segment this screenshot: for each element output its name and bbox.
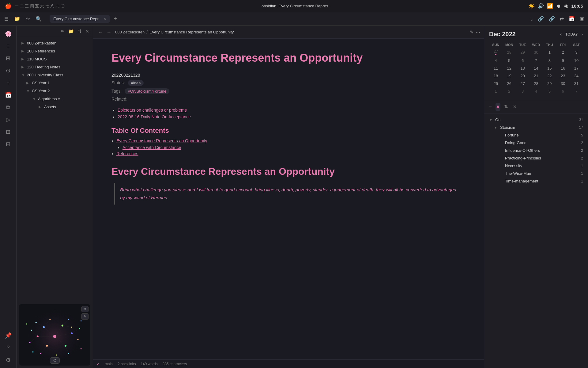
tag-item-wise-man[interactable]: The-Wise-Man 1 <box>484 170 588 177</box>
sort-button[interactable]: ⇅ <box>77 28 83 35</box>
graph-settings-button[interactable]: ⚙ <box>81 306 89 312</box>
breadcrumb-parent[interactable]: 000 Zettelkasten <box>115 30 145 34</box>
tag-item-principles[interactable]: Practicing-Principles 2 <box>484 154 588 162</box>
edit-button[interactable]: ✎ <box>470 29 474 35</box>
new-folder-button[interactable]: 📁 <box>67 28 75 35</box>
link-button[interactable]: 🔗 <box>548 15 556 23</box>
terminal-icon-button[interactable]: ▷ <box>3 114 14 125</box>
templates-icon-button[interactable]: ⊙ <box>3 65 14 76</box>
calendar-day[interactable]: 27 <box>489 48 503 57</box>
apple-logo-icon[interactable]: 🍎 <box>5 3 12 10</box>
calendar-day[interactable]: 7 <box>530 57 543 64</box>
calendar-day[interactable]: 11 <box>489 64 503 72</box>
files-icon-button[interactable]: 🌸 <box>3 28 14 39</box>
panel-toggle-button[interactable]: ▣ <box>579 15 586 23</box>
active-tab[interactable]: Every Circumstance Repr... ✕ <box>50 15 110 23</box>
help-icon-button[interactable]: ? <box>3 342 14 353</box>
version-button[interactable]: ⇄ <box>559 15 565 23</box>
toc-link-3[interactable]: References <box>116 151 138 156</box>
search-button[interactable]: 🔍 <box>34 15 43 23</box>
nav-back-button[interactable]: ← <box>97 29 104 36</box>
sidebar-item-zettelkasten[interactable]: ▶ 000 Zettelkasten <box>18 39 92 47</box>
calendar-day[interactable]: 25 <box>489 80 503 87</box>
tag-item-on[interactable]: ▼ On 31 <box>484 116 588 124</box>
settings-icon-button[interactable]: ⚙ <box>3 355 14 366</box>
pinboard-icon-button[interactable]: 📌 <box>3 330 14 341</box>
content-area[interactable]: Every Circumstance Represents an Opportu… <box>93 39 484 359</box>
graph-pin-button[interactable]: ✎ <box>81 313 89 320</box>
calendar-day[interactable]: 20 <box>516 72 530 80</box>
calendar-day[interactable]: 28 <box>503 48 516 57</box>
sidebar-item-university[interactable]: ▼ 200 University Class... <box>18 71 92 79</box>
sidebar-item-fleeting[interactable]: ▶ 120 Fleeting Notes <box>18 63 92 71</box>
more-options-button[interactable]: ⋯ <box>476 29 480 35</box>
calendar-day[interactable]: 22 <box>543 72 556 80</box>
calendar-day[interactable]: 21 <box>530 72 543 80</box>
calendar-day[interactable]: 16 <box>556 64 570 72</box>
calendar-day[interactable]: 29 <box>543 80 556 87</box>
calendar-button[interactable]: 📅 <box>567 15 576 23</box>
stoicism-tag[interactable]: #On/Stoicism/Fortune <box>125 88 169 94</box>
calendar-day[interactable]: 24 <box>570 72 583 80</box>
calendar-day[interactable]: 2 <box>556 48 570 57</box>
calendar-day[interactable]: 4 <box>489 57 503 64</box>
calendar-day[interactable]: 3 <box>516 87 530 95</box>
sidebar-item-mocs[interactable]: ▶ 110 MOCS <box>18 55 92 63</box>
calendar-day[interactable]: 26 <box>503 80 516 87</box>
sidebar-item-cs2[interactable]: ▼ CS Year 2 <box>18 87 92 95</box>
toc-link-1[interactable]: Every Circumstance Represents an Opportu… <box>116 138 207 143</box>
calendar-day[interactable]: 9 <box>556 57 570 64</box>
graph-view-full-button[interactable]: ⬡ <box>50 357 60 364</box>
close-sidebar-button[interactable]: ✕ <box>85 28 90 35</box>
calendar-day[interactable]: 30 <box>530 48 543 57</box>
calendar-day[interactable]: 27 <box>516 80 530 87</box>
calendar-day[interactable]: 13 <box>516 64 530 72</box>
sidebar-toggle-button[interactable]: ☰ <box>2 15 10 23</box>
search-icon-button[interactable]: ≡ <box>3 40 14 52</box>
toc-link-2[interactable]: Acceptance with Circumstance <box>123 145 181 150</box>
calendar-day[interactable]: 18 <box>489 72 503 80</box>
tag-item-time-management[interactable]: Time-management 1 <box>484 177 588 185</box>
tags-close-button[interactable]: ✕ <box>512 103 518 111</box>
calendar-day[interactable]: 1 <box>543 48 556 57</box>
tab-close-button[interactable]: ✕ <box>104 17 106 21</box>
tab-dropdown-button[interactable]: ⌄ <box>530 16 534 22</box>
tag-item-stoicism[interactable]: ▼ Stoicism 17 <box>484 124 588 131</box>
calendar-side-icon-button[interactable]: 📅 <box>3 90 14 101</box>
calendar-day[interactable]: 1 <box>489 87 503 95</box>
tags-sort-button[interactable]: ⇅ <box>503 103 509 111</box>
tag-item-doing-good[interactable]: Doing-Good 2 <box>484 139 588 147</box>
calendar-day[interactable]: 14 <box>530 64 543 72</box>
sidebar-item-cs1[interactable]: ▶ CS Year 1 <box>18 79 92 87</box>
table-icon-button[interactable]: ⊞ <box>3 53 14 64</box>
calendar-day[interactable]: 5 <box>543 87 556 95</box>
calendar-day[interactable]: 6 <box>556 87 570 95</box>
tag-item-necessity[interactable]: Necessity 1 <box>484 162 588 170</box>
calendar-day[interactable]: 29 <box>516 48 530 57</box>
calendar-today-button[interactable]: TODAY <box>564 32 580 37</box>
calendar-next-button[interactable]: › <box>582 32 583 37</box>
calendar-day[interactable]: 10 <box>570 57 583 64</box>
calendar-day[interactable]: 4 <box>530 87 543 95</box>
calendar-day[interactable]: 17 <box>570 64 583 72</box>
copy-icon-button[interactable]: ⧉ <box>3 102 14 113</box>
calendar-day[interactable]: 8 <box>543 57 556 64</box>
git-icon-button[interactable]: ⑂ <box>3 77 14 88</box>
tag-item-influence[interactable]: Influence-Of-Others 2 <box>484 147 588 154</box>
blocks-icon-button[interactable]: ⊞ <box>3 126 14 137</box>
tag-item-fortune[interactable]: Fortune 5 <box>484 131 588 139</box>
nav-forward-button[interactable]: → <box>105 29 113 36</box>
calendar-day[interactable]: 31 <box>570 80 583 87</box>
related-link-1[interactable]: Epictetus on challenges or problems <box>118 108 187 113</box>
calendar-day[interactable]: 2 <box>503 87 516 95</box>
calendar-day[interactable]: 7 <box>570 87 583 95</box>
status-tag[interactable]: #idea <box>128 80 144 86</box>
calendar-day[interactable]: 23 <box>556 72 570 80</box>
tags-hashtag-button[interactable]: # <box>496 103 500 111</box>
bookmark-button[interactable]: ☆ <box>24 15 32 23</box>
calendar-day[interactable]: 30 <box>556 80 570 87</box>
calendar-day[interactable]: 12 <box>503 64 516 72</box>
sidebar-item-references[interactable]: ▶ 100 References <box>18 47 92 55</box>
calendar-prev-button[interactable]: ‹ <box>560 32 562 37</box>
file-browser-button[interactable]: 📁 <box>12 15 22 23</box>
